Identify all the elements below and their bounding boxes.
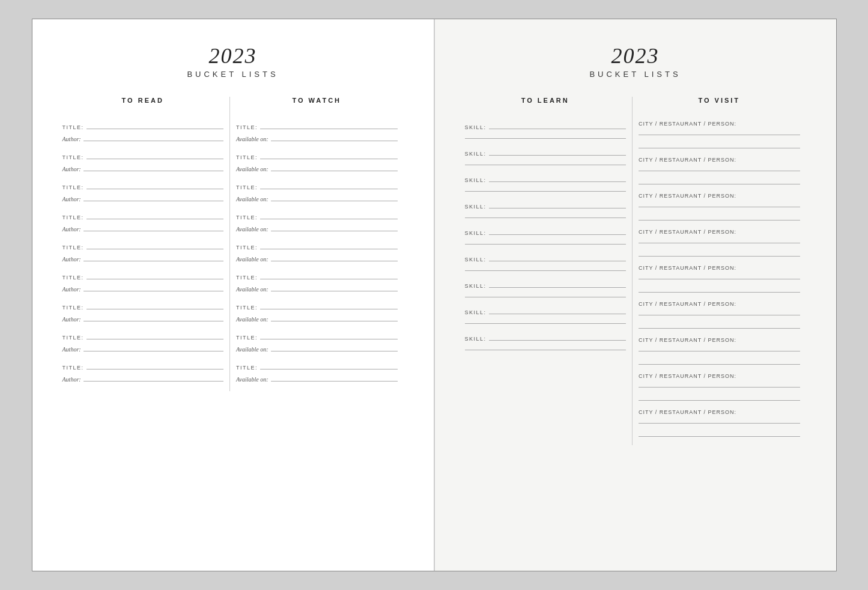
watch-entry-5: TITLE: Available on: bbox=[236, 241, 398, 263]
visit-line2 bbox=[639, 359, 800, 365]
read-entry-4: TITLE: Author: bbox=[62, 211, 224, 233]
visit-entry-9: CITY / RESTAURANT / PERSON: bbox=[639, 409, 800, 437]
watch-entry-7: TITLE: Available on: bbox=[236, 301, 398, 323]
watch-entry-8: TITLE: Available on: bbox=[236, 331, 398, 353]
skill-line bbox=[489, 253, 626, 261]
skill-full-line bbox=[465, 239, 627, 245]
title-line bbox=[86, 211, 223, 219]
skill-label: SKILL: bbox=[465, 151, 487, 157]
watch-entry-6: TITLE: Available on: bbox=[236, 271, 398, 293]
title-label: TITLE: bbox=[62, 154, 84, 160]
learn-entry-4: SKILL: bbox=[465, 200, 627, 218]
visit-entry-4: CITY / RESTAURANT / PERSON: bbox=[639, 229, 800, 257]
title-line bbox=[260, 121, 397, 129]
avail-label: Available on: bbox=[236, 316, 269, 323]
author-label: Author: bbox=[62, 196, 81, 202]
skill-line bbox=[489, 332, 626, 341]
title-label: TITLE: bbox=[236, 305, 258, 311]
title-line bbox=[260, 271, 397, 279]
skill-label: SKILL: bbox=[465, 204, 487, 210]
title-label: TITLE: bbox=[236, 335, 258, 341]
skill-full-line bbox=[465, 265, 627, 271]
visit-line2 bbox=[639, 431, 800, 437]
author-label: Author: bbox=[62, 256, 81, 263]
skill-line bbox=[489, 174, 626, 182]
learn-entry-1: SKILL: bbox=[465, 121, 627, 139]
skill-line bbox=[489, 306, 626, 314]
visit-line bbox=[639, 309, 800, 315]
visit-line bbox=[639, 165, 800, 171]
skill-label: SKILL: bbox=[465, 230, 487, 236]
author-label: Author: bbox=[62, 376, 81, 383]
read-entry-8: TITLE: Author: bbox=[62, 331, 224, 353]
visit-line bbox=[639, 418, 800, 424]
avail-line bbox=[271, 343, 398, 351]
title-label: TITLE: bbox=[236, 245, 258, 251]
skill-line bbox=[489, 279, 626, 288]
learn-entry-9: SKILL: bbox=[465, 332, 627, 350]
author-line bbox=[83, 193, 223, 201]
title-line bbox=[86, 271, 223, 279]
left-columns: TO READ TITLE: Author: TITLE: Author: TI… bbox=[62, 97, 404, 391]
read-entry-3: TITLE: Author: bbox=[62, 181, 224, 202]
visit-label: CITY / RESTAURANT / PERSON: bbox=[639, 337, 800, 343]
avail-line bbox=[271, 193, 398, 201]
visit-entry-1: CITY / RESTAURANT / PERSON: bbox=[639, 121, 800, 148]
skill-label: SKILL: bbox=[465, 283, 487, 289]
to-visit-column: TO VISIT CITY / RESTAURANT / PERSON: CIT… bbox=[632, 97, 806, 445]
read-entry-1: TITLE: Author: bbox=[62, 121, 224, 142]
avail-label: Available on: bbox=[236, 226, 269, 233]
title-label: TITLE: bbox=[62, 275, 84, 281]
visit-line2 bbox=[639, 287, 800, 293]
skill-full-line bbox=[465, 186, 627, 192]
skill-label: SKILL: bbox=[465, 124, 487, 130]
to-read-header: TO READ bbox=[62, 97, 224, 109]
author-label: Author: bbox=[62, 136, 81, 142]
to-watch-header: TO WATCH bbox=[236, 97, 398, 109]
avail-line bbox=[271, 373, 398, 382]
author-line bbox=[83, 313, 223, 321]
visit-line bbox=[639, 129, 800, 135]
avail-line bbox=[271, 163, 398, 171]
visit-label: CITY / RESTAURANT / PERSON: bbox=[639, 409, 800, 415]
title-label: TITLE: bbox=[62, 365, 84, 371]
watch-entry-4: TITLE: Available on: bbox=[236, 211, 398, 233]
to-read-column: TO READ TITLE: Author: TITLE: Author: TI… bbox=[62, 97, 230, 391]
visit-entry-5: CITY / RESTAURANT / PERSON: bbox=[639, 265, 800, 293]
avail-label: Available on: bbox=[236, 376, 269, 383]
author-line bbox=[83, 163, 223, 171]
title-label: TITLE: bbox=[62, 305, 84, 311]
title-label: TITLE: bbox=[62, 245, 84, 251]
author-label: Author: bbox=[62, 166, 81, 172]
visit-label: CITY / RESTAURANT / PERSON: bbox=[639, 373, 800, 379]
watch-entry-2: TITLE: Available on: bbox=[236, 151, 398, 172]
title-line bbox=[86, 181, 223, 189]
visit-entry-3: CITY / RESTAURANT / PERSON: bbox=[639, 193, 800, 220]
author-line bbox=[83, 343, 223, 351]
avail-line bbox=[271, 253, 398, 261]
visit-line2 bbox=[639, 142, 800, 148]
title-line bbox=[260, 361, 397, 370]
title-label: TITLE: bbox=[62, 335, 84, 341]
visit-line bbox=[639, 201, 800, 207]
left-page-header: 2023 BUCKET LISTS bbox=[62, 43, 404, 79]
visit-line2 bbox=[639, 251, 800, 257]
title-line bbox=[260, 151, 397, 159]
visit-label: CITY / RESTAURANT / PERSON: bbox=[639, 193, 800, 199]
visit-line bbox=[639, 273, 800, 279]
to-learn-header: TO LEARN bbox=[465, 97, 627, 109]
title-line bbox=[86, 301, 223, 309]
visit-entry-2: CITY / RESTAURANT / PERSON: bbox=[639, 157, 800, 184]
learn-entry-3: SKILL: bbox=[465, 174, 627, 192]
watch-entry-3: TITLE: Available on: bbox=[236, 181, 398, 202]
title-line bbox=[86, 361, 223, 370]
title-line bbox=[260, 241, 397, 249]
avail-label: Available on: bbox=[236, 196, 269, 202]
author-line bbox=[83, 283, 223, 291]
title-line bbox=[86, 151, 223, 159]
title-line bbox=[86, 331, 223, 339]
title-line bbox=[86, 241, 223, 249]
title-line bbox=[260, 181, 397, 189]
skill-label: SKILL: bbox=[465, 309, 487, 315]
left-subtitle: BUCKET LISTS bbox=[62, 70, 404, 79]
